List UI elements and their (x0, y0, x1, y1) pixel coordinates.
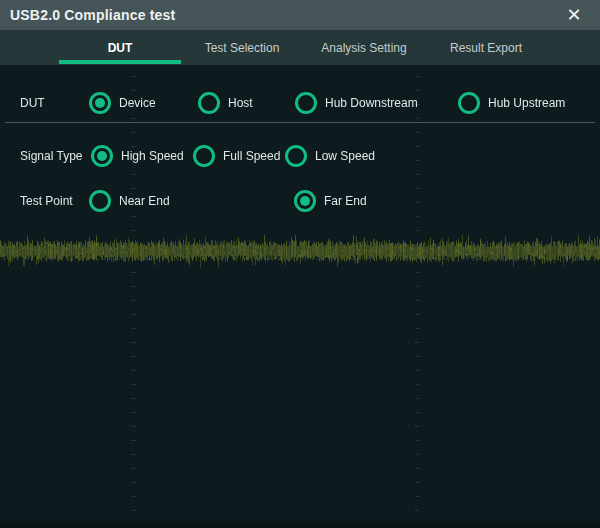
tab-analysis-setting[interactable]: Analysis Setting (303, 30, 425, 65)
radio-option-hub-upstream[interactable]: Hub Upstream (458, 92, 565, 114)
radio-label: Near End (119, 194, 170, 208)
radio-label: Low Speed (315, 149, 375, 163)
radio-label: Far End (324, 194, 367, 208)
radio-label: Full Speed (223, 149, 280, 163)
radio-circle (285, 145, 307, 167)
row-signal-type-label: Signal Type (20, 145, 83, 167)
radio-option-near-end[interactable]: Near End (89, 190, 170, 212)
tab-bar: DUT Test Selection Analysis Setting Resu… (0, 30, 600, 65)
title-bar: USB2.0 Compliance test ✕ (0, 0, 600, 30)
radio-option-host[interactable]: Host (198, 92, 253, 114)
radio-option-device[interactable]: Device (89, 92, 156, 114)
row-test-point: Test Point Near End Far End (0, 190, 600, 212)
scope-display (0, 0, 600, 528)
row-test-point-label: Test Point (20, 190, 73, 212)
row-dut-label: DUT (20, 92, 45, 114)
row-dut: DUT Device Host Hub Downstream Hub Upstr… (0, 92, 600, 114)
radio-circle (295, 92, 317, 114)
radio-option-low-speed[interactable]: Low Speed (285, 145, 375, 167)
active-tab-underline (59, 60, 181, 64)
radio-label: Hub Upstream (488, 96, 565, 110)
radio-circle (198, 92, 220, 114)
radio-circle (294, 190, 316, 212)
radio-option-far-end[interactable]: Far End (294, 190, 367, 212)
usb-compliance-dialog: USB2.0 Compliance test ✕ DUT Test Select… (0, 0, 600, 528)
tab-result-export[interactable]: Result Export (425, 30, 547, 65)
radio-option-high-speed[interactable]: High Speed (91, 145, 184, 167)
radio-circle (193, 145, 215, 167)
radio-label: High Speed (121, 149, 184, 163)
close-icon[interactable]: ✕ (561, 0, 587, 30)
radio-label: Hub Downstream (325, 96, 418, 110)
row-signal-type: Signal Type High Speed Full Speed Low Sp… (0, 145, 600, 167)
radio-option-full-speed[interactable]: Full Speed (193, 145, 280, 167)
dialog-title: USB2.0 Compliance test (10, 7, 175, 23)
radio-circle (458, 92, 480, 114)
section-divider (5, 122, 595, 123)
radio-option-hub-downstream[interactable]: Hub Downstream (295, 92, 418, 114)
radio-circle (89, 190, 111, 212)
radio-circle (89, 92, 111, 114)
radio-label: Host (228, 96, 253, 110)
tab-test-selection[interactable]: Test Selection (181, 30, 303, 65)
radio-label: Device (119, 96, 156, 110)
radio-circle (91, 145, 113, 167)
